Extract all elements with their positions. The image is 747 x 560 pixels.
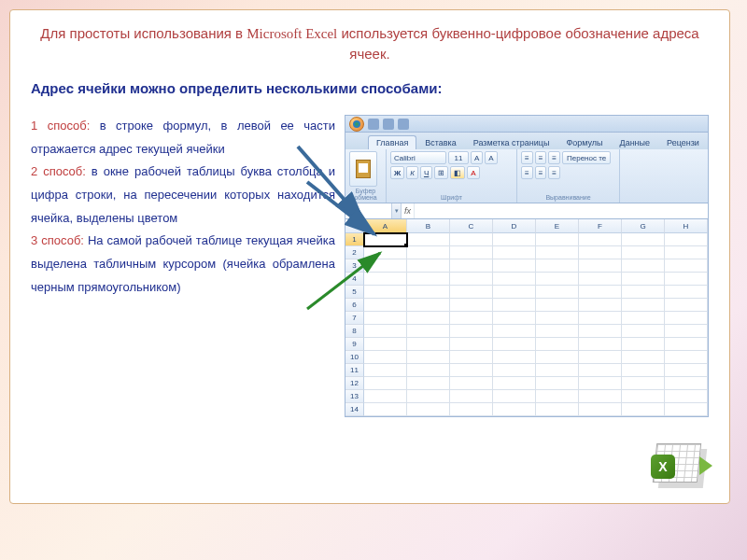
cell[interactable] <box>622 286 665 299</box>
column-header[interactable]: C <box>450 219 493 233</box>
cell[interactable] <box>450 273 493 286</box>
cell[interactable] <box>407 299 450 312</box>
fx-icon[interactable]: fx <box>402 203 415 218</box>
column-header[interactable]: E <box>536 219 579 233</box>
row-header[interactable]: 7 <box>345 312 364 325</box>
row-header[interactable]: 9 <box>345 338 364 351</box>
column-header[interactable]: H <box>665 219 708 233</box>
cell[interactable] <box>407 286 450 299</box>
cell[interactable] <box>665 364 708 377</box>
align-top-icon[interactable]: ≡ <box>521 151 533 164</box>
cell[interactable] <box>364 273 407 286</box>
cell[interactable] <box>493 259 536 273</box>
italic-button[interactable]: К <box>406 166 418 179</box>
cell[interactable] <box>493 312 536 325</box>
cell[interactable] <box>450 364 493 377</box>
cell[interactable] <box>450 403 493 416</box>
cell[interactable] <box>450 338 493 351</box>
cell[interactable] <box>493 338 536 351</box>
fill-color-button[interactable]: ◧ <box>450 166 465 179</box>
cell[interactable] <box>622 377 665 390</box>
align-center-icon[interactable]: ≡ <box>535 166 547 179</box>
cell[interactable] <box>665 312 708 325</box>
cell[interactable] <box>493 325 536 338</box>
row-header[interactable]: 1 <box>345 233 364 246</box>
cell[interactable] <box>364 259 407 273</box>
cell[interactable] <box>450 325 493 338</box>
cell[interactable] <box>622 233 665 246</box>
cell[interactable] <box>364 377 407 390</box>
cell[interactable] <box>536 233 579 246</box>
row-header[interactable]: 8 <box>345 325 364 338</box>
column-header[interactable]: A <box>364 219 407 233</box>
column-header[interactable]: D <box>493 219 536 233</box>
align-left-icon[interactable]: ≡ <box>521 166 533 179</box>
row-header[interactable]: 3 <box>345 259 364 273</box>
row-header[interactable]: 10 <box>345 351 364 364</box>
cell[interactable] <box>579 246 622 259</box>
cell[interactable] <box>407 259 450 273</box>
cell[interactable] <box>536 390 579 403</box>
cell[interactable] <box>407 390 450 403</box>
cell[interactable] <box>579 299 622 312</box>
cell[interactable] <box>665 246 708 259</box>
cell[interactable] <box>622 312 665 325</box>
cell[interactable] <box>450 259 493 273</box>
cell[interactable] <box>622 351 665 364</box>
cell[interactable] <box>364 325 407 338</box>
cell[interactable] <box>579 325 622 338</box>
font-color-button[interactable]: A <box>467 166 479 179</box>
cell[interactable] <box>579 390 622 403</box>
row-header[interactable]: 14 <box>345 403 364 416</box>
cell[interactable] <box>665 351 708 364</box>
cell[interactable] <box>579 403 622 416</box>
cell[interactable] <box>364 312 407 325</box>
cell[interactable] <box>407 233 450 246</box>
column-header[interactable]: F <box>579 219 622 233</box>
cell[interactable] <box>493 364 536 377</box>
cell[interactable] <box>493 390 536 403</box>
ribbon-tab[interactable]: Данные <box>612 135 659 149</box>
excel-logo-icon[interactable]: X <box>655 443 707 490</box>
cell[interactable] <box>665 273 708 286</box>
wrap-text-button[interactable]: Перенос те <box>562 151 611 164</box>
cell[interactable] <box>622 246 665 259</box>
cell[interactable] <box>493 377 536 390</box>
cell[interactable] <box>364 390 407 403</box>
cell[interactable] <box>579 259 622 273</box>
increase-font-icon[interactable]: A <box>471 151 483 164</box>
row-header[interactable]: 5 <box>345 286 364 299</box>
cell[interactable] <box>536 286 579 299</box>
cell[interactable] <box>450 286 493 299</box>
row-header[interactable]: 13 <box>345 390 364 403</box>
cell[interactable] <box>665 286 708 299</box>
align-bottom-icon[interactable]: ≡ <box>548 151 560 164</box>
cell[interactable] <box>665 338 708 351</box>
cell[interactable] <box>622 273 665 286</box>
cell[interactable] <box>665 233 708 246</box>
font-size-dropdown[interactable]: 11 <box>448 151 469 164</box>
underline-button[interactable]: Ч <box>420 166 432 179</box>
redo-icon[interactable] <box>398 119 409 130</box>
cell[interactable] <box>364 299 407 312</box>
cell[interactable] <box>622 364 665 377</box>
cell[interactable] <box>622 259 665 273</box>
cell[interactable] <box>407 364 450 377</box>
cell[interactable] <box>493 351 536 364</box>
cell[interactable] <box>579 351 622 364</box>
cell[interactable] <box>536 246 579 259</box>
border-button[interactable]: ⊞ <box>434 166 448 179</box>
cell[interactable] <box>579 273 622 286</box>
column-header[interactable]: G <box>622 219 665 233</box>
cell[interactable] <box>622 338 665 351</box>
cell[interactable] <box>493 286 536 299</box>
row-header[interactable]: 4 <box>345 273 364 286</box>
name-box[interactable]: A1 <box>345 203 392 218</box>
cell[interactable] <box>536 403 579 416</box>
name-box-dropdown-icon[interactable]: ▾ <box>392 203 402 218</box>
cell[interactable] <box>364 233 407 246</box>
cell[interactable] <box>536 299 579 312</box>
office-button-icon[interactable] <box>349 117 364 132</box>
cell[interactable] <box>450 390 493 403</box>
cell[interactable] <box>407 403 450 416</box>
